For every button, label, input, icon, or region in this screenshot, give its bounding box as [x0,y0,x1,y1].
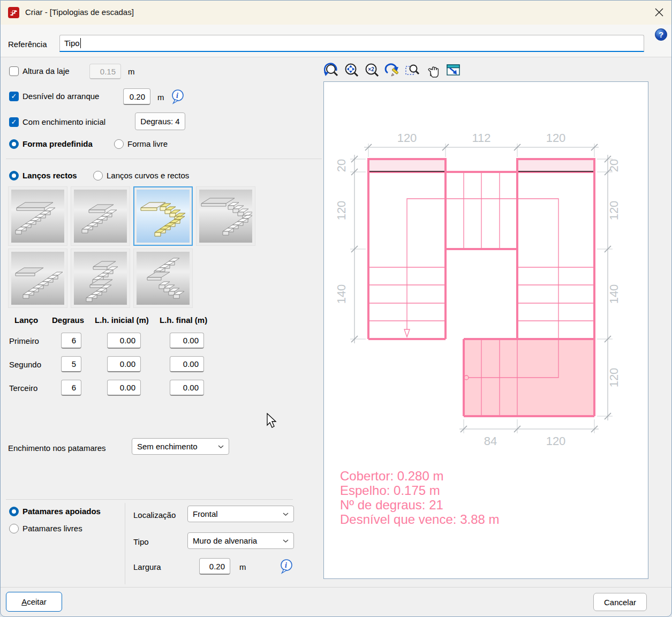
chevron-down-icon [283,513,289,516]
dim-right-1: 20 [607,159,621,172]
annotation-espelho: Espelho: 0.175 m [340,483,440,498]
pan-hand-icon [425,62,441,78]
lancos-curvos-radio[interactable] [93,171,103,180]
patamares-livres-radio[interactable] [9,524,19,533]
svg-text:×2: ×2 [368,66,374,72]
stair-plan-canvas[interactable]: 120 112 120 20 120 140 20 120 140 120 84… [323,81,648,579]
dim-bottom-2: 120 [546,434,566,448]
close-button[interactable] [648,4,670,21]
row-label-primeiro: Primeiro [9,336,39,345]
degraus-primeiro-field[interactable]: 6 [61,333,81,349]
desnivel-info-button[interactable]: i [171,89,185,107]
stair-type-5[interactable] [8,249,67,308]
largura-field[interactable]: 0.20 [199,558,230,575]
close-icon [655,8,663,17]
stair-type-2[interactable] [71,186,130,246]
forma-predefinida-radio[interactable] [9,139,19,149]
altura-laje-unit: m [128,67,135,76]
window-title: Criar - [Tipologias de escadas] [25,7,134,17]
largura-info-button[interactable]: i [280,559,293,576]
info-icon: i [280,559,293,574]
svg-text:i: i [176,92,178,100]
degraus-segundo-field[interactable]: 5 [61,356,81,372]
altura-laje-label: Altura da laje [22,66,70,76]
chevron-down-icon [218,445,224,448]
chevron-down-icon [283,539,289,543]
enchimento-inicial-label: Com enchimento inicial [22,117,105,126]
stair-type-7[interactable] [133,249,193,308]
tipo-label: Tipo [133,537,149,546]
annotation-desnivel: Desnível que vence: 3.88 m [340,512,500,526]
info-icon: i [171,89,185,104]
walk-line-start-arrow [404,329,410,337]
enchimento-patamares-select[interactable]: Sem enchimento [132,438,229,455]
desnivel-arranque-field[interactable]: 0.20 [123,88,150,105]
dim-left-2: 120 [335,201,348,221]
dim-top-1: 120 [397,131,417,145]
lh-inicial-primeiro-field[interactable]: 0.00 [107,333,141,349]
localizacao-select[interactable]: Frontal [187,506,294,522]
stair-type-3-selected[interactable] [133,186,193,246]
lh-final-primeiro-field[interactable]: 0.00 [170,333,204,349]
toolbar-zoom-2x-button[interactable]: ×2 [363,62,381,79]
row-label-segundo: Segundo [9,360,41,369]
divider [6,159,322,159]
toolbar-zoom-previous-button[interactable] [322,62,340,79]
toolbar-zoom-window-button[interactable] [403,62,421,79]
text-caret [80,38,81,48]
reference-input[interactable]: Tipo [59,35,644,52]
tipo-select[interactable]: Muro de alvenaria [187,532,294,549]
stair-type-6[interactable] [71,249,130,308]
forma-livre-radio[interactable] [114,139,124,149]
lh-inicial-terceiro-field[interactable]: 0.00 [107,380,141,396]
desnivel-arranque-unit: m [157,93,164,102]
svg-text:?: ? [659,30,663,39]
toolbar-fullscreen-button[interactable] [444,62,462,79]
dim-top-2: 112 [472,131,490,145]
largura-label: Largura [133,562,161,571]
dim-left-3: 140 [335,284,348,304]
degraus-button[interactable]: Degraus: 4 [135,112,185,130]
zoom-window-icon [404,62,420,78]
patamares-apoiados-radio[interactable] [9,507,19,516]
degraus-terceiro-field[interactable]: 6 [61,380,81,396]
svg-text:i: i [285,561,287,569]
fullscreen-icon [445,62,461,78]
accept-button[interactable]: Aceitar [6,592,62,612]
dim-right-4: 120 [607,368,621,388]
divider [125,503,125,584]
lh-inicial-segundo-field[interactable]: 0.00 [107,356,141,372]
title-bar: Criar - [Tipologias de escadas] [1,1,671,25]
dim-bottom-1: 84 [484,434,497,448]
dim-right-3: 140 [607,284,621,304]
cancel-button[interactable]: Cancelar [593,593,647,611]
reference-label: Referência [8,40,47,49]
reference-value: Tipo [64,39,80,48]
enchimento-inicial-checkbox[interactable]: ✓ [9,117,19,127]
enchimento-patamares-label: Enchimento nos patamares [8,443,106,453]
dim-left-1: 20 [335,159,348,172]
help-button[interactable]: ? [654,28,668,41]
app-logo-icon [8,7,19,18]
lh-final-terceiro-field[interactable]: 0.00 [170,380,204,396]
toolbar-pan-button[interactable] [424,62,442,79]
col-header-degraus: Degraus [52,315,84,325]
desnivel-arranque-checkbox[interactable]: ✓ [9,92,19,101]
divider [1,587,672,588]
localizacao-label: Localização [133,510,176,520]
zoom-2x-icon: ×2 [364,62,380,78]
desnivel-arranque-label: Desnível do arranque [22,92,99,101]
lh-final-segundo-field[interactable]: 0.00 [170,356,204,372]
mouse-cursor [267,413,278,432]
col-header-lh-inicial: L.h. inicial (m) [95,315,149,325]
toolbar-redraw-button[interactable] [383,62,401,79]
stair-type-4[interactable] [196,186,255,246]
forma-predefinida-label: Forma predefinida [22,139,93,148]
stair-plan-drawing: 120 112 120 20 120 140 20 120 140 120 84… [324,82,648,578]
altura-laje-checkbox[interactable] [9,66,19,76]
lancos-rectos-radio[interactable] [9,171,19,180]
lancos-rectos-label: Lanços rectos [22,171,77,180]
stair-type-1[interactable] [8,186,67,246]
forma-livre-label: Forma livre [127,139,168,148]
toolbar-zoom-extents-button[interactable] [342,62,360,79]
